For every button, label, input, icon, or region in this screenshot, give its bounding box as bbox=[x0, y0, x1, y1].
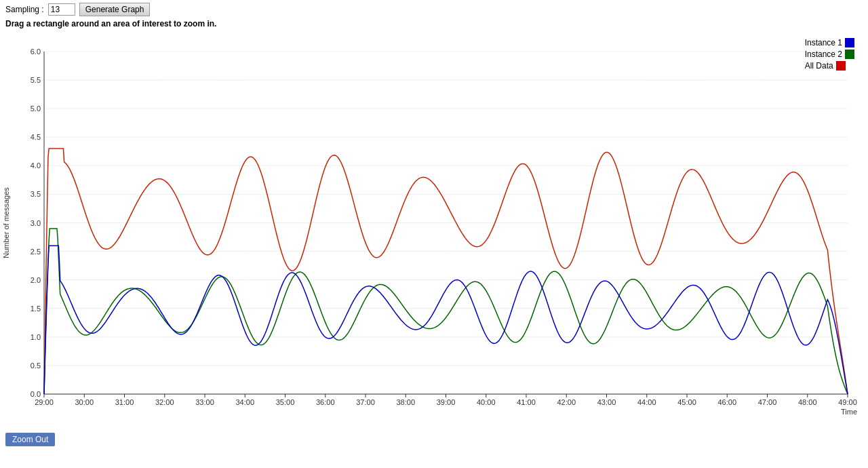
sampling-input[interactable] bbox=[48, 3, 75, 16]
generate-button[interactable]: Generate Graph bbox=[79, 3, 151, 16]
legend-color-3 bbox=[836, 61, 846, 71]
zoom-out-button[interactable]: Zoom Out bbox=[5, 433, 55, 446]
legend: Instance 1 Instance 2 All Data bbox=[805, 38, 854, 73]
legend-label-3: All Data bbox=[805, 61, 833, 71]
legend-color-2 bbox=[845, 50, 854, 59]
sampling-label: Sampling : bbox=[5, 5, 44, 14]
legend-color-1 bbox=[845, 38, 854, 47]
top-bar: Sampling : Generate Graph bbox=[0, 0, 868, 19]
legend-item-3: All Data bbox=[805, 61, 854, 71]
legend-item-2: Instance 2 bbox=[805, 50, 854, 59]
legend-label-1: Instance 1 bbox=[805, 38, 842, 47]
legend-label-2: Instance 2 bbox=[805, 50, 842, 59]
legend-item-1: Instance 1 bbox=[805, 38, 854, 47]
chart-area: Instance 1 Instance 2 All Data Zoom Out bbox=[0, 31, 868, 452]
instruction-text: Drag a rectangle around an area of inter… bbox=[0, 19, 868, 31]
